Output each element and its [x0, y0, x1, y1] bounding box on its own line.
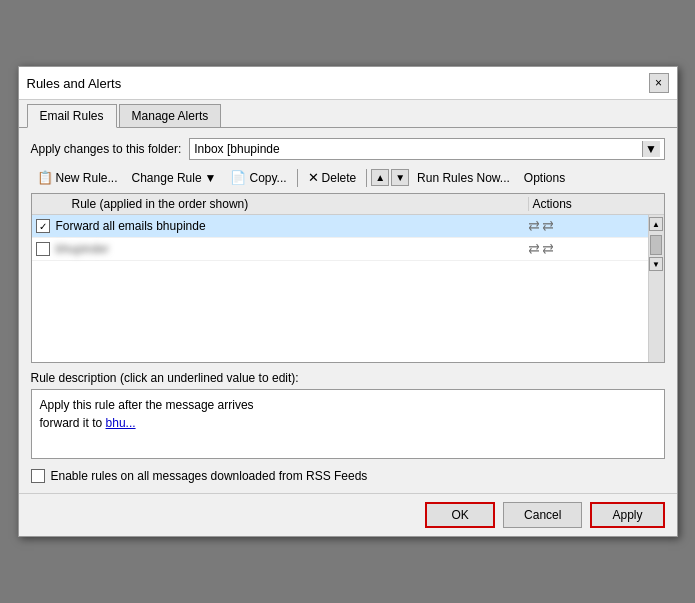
run-rules-button[interactable]: Run Rules Now...	[411, 169, 516, 187]
rss-checkbox[interactable]	[31, 469, 45, 483]
move-down-button[interactable]: ▼	[391, 169, 409, 186]
folder-label: Apply changes to this folder:	[31, 142, 182, 156]
rss-label: Enable rules on all messages downloaded …	[51, 469, 368, 483]
new-rule-button[interactable]: 📋 New Rule...	[31, 168, 124, 187]
action-icon-1b: ⇅	[540, 220, 556, 232]
rule-actions-1: ⇅ ⇅	[524, 218, 644, 234]
description-box: Apply this rule after the message arrive…	[31, 389, 665, 459]
copy-button[interactable]: 📄 Copy...	[224, 168, 292, 187]
delete-icon: ✕	[308, 170, 319, 185]
toolbar-separator	[297, 169, 298, 187]
col-rule-header: Rule (applied in the order shown)	[32, 197, 528, 211]
rules-toolbar: 📋 New Rule... Change Rule ▼ 📄 Copy... ✕ …	[31, 168, 665, 187]
dialog-content: Apply changes to this folder: Inbox [bhu…	[19, 128, 677, 493]
options-button[interactable]: Options	[518, 169, 571, 187]
tab-email-rules[interactable]: Email Rules	[27, 104, 117, 128]
copy-icon: 📄	[230, 170, 246, 185]
new-rule-icon: 📋	[37, 170, 53, 185]
tab-manage-alerts[interactable]: Manage Alerts	[119, 104, 222, 127]
tab-bar: Email Rules Manage Alerts	[19, 100, 677, 128]
description-line2-prefix: forward it to	[40, 416, 106, 430]
folder-value: Inbox [bhupinde	[194, 142, 641, 156]
description-line2: forward it to bhu...	[40, 414, 656, 432]
table-row[interactable]: bhupinder ⇅ ⇅	[32, 238, 648, 261]
rule-checkbox-1[interactable]	[36, 219, 50, 233]
action-icon-2b: ⇅	[540, 243, 556, 255]
rule-actions-2: ⇅ ⇅	[524, 241, 644, 257]
rules-table: Rule (applied in the order shown) Action…	[31, 193, 665, 363]
dialog-title: Rules and Alerts	[27, 76, 122, 91]
rule-text-1: Forward all emails bhupinde	[56, 219, 524, 233]
rules-table-header: Rule (applied in the order shown) Action…	[32, 194, 664, 215]
description-link[interactable]: bhu...	[106, 416, 136, 430]
scroll-down-button[interactable]: ▼	[649, 257, 663, 271]
folder-row: Apply changes to this folder: Inbox [bhu…	[31, 138, 665, 160]
scroll-thumb[interactable]	[650, 235, 662, 255]
ok-button[interactable]: OK	[425, 502, 495, 528]
rss-row: Enable rules on all messages downloaded …	[31, 469, 665, 483]
toolbar-separator-2	[366, 169, 367, 187]
change-rule-dropdown-arrow: ▼	[205, 171, 217, 185]
close-button[interactable]: ×	[649, 73, 669, 93]
description-line1: Apply this rule after the message arrive…	[40, 396, 656, 414]
scroll-up-button[interactable]: ▲	[649, 217, 663, 231]
rules-and-alerts-dialog: Rules and Alerts × Email Rules Manage Al…	[18, 66, 678, 537]
folder-select[interactable]: Inbox [bhupinde ▼	[189, 138, 664, 160]
folder-dropdown-arrow[interactable]: ▼	[642, 141, 660, 157]
change-rule-button[interactable]: Change Rule ▼	[126, 169, 223, 187]
apply-button[interactable]: Apply	[590, 502, 664, 528]
col-actions-header: Actions	[528, 197, 648, 211]
rules-body: Forward all emails bhupinde ⇅ ⇅ bhupinde…	[32, 215, 664, 362]
dialog-footer: OK Cancel Apply	[19, 493, 677, 536]
rules-scrollbar[interactable]: ▲ ▼	[648, 215, 664, 362]
rule-text-2: bhupinder	[56, 242, 524, 256]
rule-checkbox-2[interactable]	[36, 242, 50, 256]
delete-button[interactable]: ✕ Delete	[302, 168, 363, 187]
rules-list: Forward all emails bhupinde ⇅ ⇅ bhupinde…	[32, 215, 648, 362]
description-section: Rule description (click an underlined va…	[31, 371, 665, 459]
table-row[interactable]: Forward all emails bhupinde ⇅ ⇅	[32, 215, 648, 238]
move-up-button[interactable]: ▲	[371, 169, 389, 186]
cancel-button[interactable]: Cancel	[503, 502, 582, 528]
description-label: Rule description (click an underlined va…	[31, 371, 665, 385]
title-bar: Rules and Alerts ×	[19, 67, 677, 100]
